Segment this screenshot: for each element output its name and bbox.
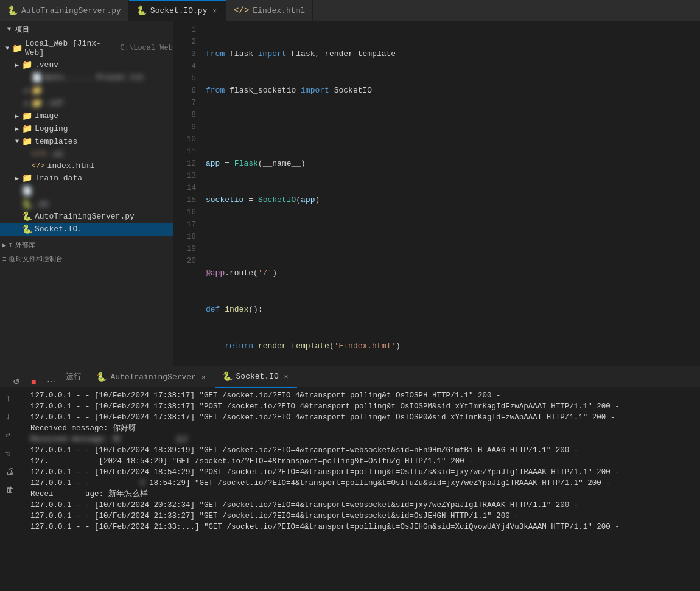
terminal-line: 127.0.0.1 - - [10/Feb/2024 21:33:27] "GE… (30, 511, 695, 522)
terminal-line: 127.0.0.1 - - 4 18:54:29] "GET /socket.i… (30, 478, 695, 489)
line-num: 10 (173, 133, 196, 145)
terminal-line: 127.0.0.1 - - [10/Feb/2024 18:39:19] "GE… (30, 445, 695, 456)
restart-button[interactable]: ↺ (10, 375, 23, 388)
tree-item-autotraining[interactable]: 🐍 AutoTrainingServer.py (0, 210, 173, 223)
tree-label: Train_data (35, 173, 82, 183)
folder-icon: 📁 (22, 136, 32, 147)
tree-item-idf: ▶ 📁 .idf (0, 97, 173, 110)
scratch-icon: ≡ (2, 256, 7, 263)
tree-label: templates (35, 137, 77, 146)
tree-label: Image (35, 111, 58, 121)
stop-button[interactable]: ■ (28, 375, 39, 388)
tab-close-button[interactable]: ✕ (282, 371, 290, 382)
external-icon: ⊞ (9, 241, 13, 249)
tab-label: Socket.IO.py (150, 6, 208, 15)
tree-item-socketio[interactable]: 🐍 Socket.IO. (0, 223, 173, 236)
tree-item-index-html[interactable]: </> index.html (0, 160, 173, 172)
html-icon: </> (234, 5, 249, 15)
chevron-down-icon: ▼ (12, 138, 22, 145)
folder-icon: 📁 (32, 85, 42, 96)
chevron-right-icon: ▶ (2, 242, 6, 249)
editor-area: 1 2 3 4 5 6 7 8 9 10 11 12 13 14 15 16 1… (173, 21, 700, 366)
tab-label: AutoTrainingServer.py (21, 6, 121, 15)
chevron-right-icon: ▶ (22, 100, 32, 107)
py-icon: 🐍 (22, 224, 32, 234)
terminal-line: 127.0.0.1 - - [10/Feb/2024 18:54:29] "PO… (30, 467, 695, 478)
tab-eindex[interactable]: </> Eindex.html (226, 0, 313, 21)
chevron-right-icon: ▶ (12, 61, 22, 69)
code-view[interactable]: 1 2 3 4 5 6 7 8 9 10 11 12 13 14 15 16 1… (173, 21, 700, 366)
code-line-4: app = Flask(__name__) (206, 158, 700, 170)
folder-icon: 📁 (22, 111, 32, 121)
sidebar-header-label: 项目 (15, 25, 30, 34)
terminal-line: 127.0.0.1 - - [10/Feb/2024 17:38:17] "GE… (30, 412, 695, 423)
terminal-line: 127.0.0.1 - - [10/Feb/2024 17:38:17] "GE… (30, 390, 695, 401)
tree-label: .py (35, 199, 49, 208)
tree-label: Socket.IO. (35, 225, 82, 234)
chevron-down-icon: ▼ (7, 26, 12, 33)
scratch-section[interactable]: ≡ 临时文件和控制台 (0, 252, 173, 266)
wrap-icon[interactable]: ⇌ (4, 428, 16, 442)
py-icon: 🐍 (136, 5, 147, 16)
trash-icon[interactable]: 🗑 (4, 483, 16, 497)
code-line-2: from flask_socketio import SocketIO (206, 85, 700, 97)
tree-item-blurred4: 🐍 .py (0, 197, 173, 210)
code-line-1: from flask import Flask, render_template (206, 48, 700, 60)
folder-icon: 📁 (12, 43, 23, 54)
project-path: C:\Local_Web (121, 44, 173, 52)
terminal-output[interactable]: ↑ ↓ ⇌ ⇅ 🖨 🗑 127.0.0.1 - - [10/Feb/2024 1… (0, 388, 700, 591)
tree-item-image[interactable]: ▶ 📁 Image (0, 110, 173, 122)
terminal-line: 127.0.0.1 - - [10/Feb/2024 21:33:...] "G… (30, 522, 695, 533)
tab-run-label[interactable]: 运行 (58, 366, 89, 388)
tab-label: Eindex.html (253, 6, 305, 15)
down-arrow-icon[interactable]: ↓ (4, 410, 16, 424)
line-num: 17 (173, 219, 196, 231)
terminal-line: 127. [2024 18:54:29] "GET /socket.io/?EI… (30, 456, 695, 467)
up-arrow-icon[interactable]: ↑ (4, 391, 16, 406)
line-num: 19 (173, 243, 196, 255)
line-num: 6 (173, 85, 196, 97)
tree-label: AutoTrainingServer.py (35, 212, 135, 221)
line-num: 8 (173, 109, 196, 121)
tree-item-project-root[interactable]: ▼ 📁 Local_Web [Jinx-Web] C:\Local_Web (0, 38, 173, 58)
tree-item-traindata[interactable]: ▶ 📁 Train_data (0, 172, 173, 184)
external-libs-section[interactable]: ▶ ⊞ 外部库 (0, 238, 173, 252)
line-num: 1 (173, 24, 196, 36)
project-name: Local_Web [Jinx-Web] (25, 39, 118, 57)
tree-item-templates[interactable]: ▼ 📁 templates (0, 135, 173, 148)
tree-label: index.html (47, 161, 95, 170)
tab-autotraining-run[interactable]: 🐍 AutoTrainingServer ✕ (89, 366, 214, 388)
chevron-right-icon: ▶ (12, 113, 22, 120)
terminal-line: 127.0.0.1 - - [10/Feb/2024 20:32:34] "GE… (30, 500, 695, 511)
line-num: 4 (173, 60, 196, 72)
more-actions-button[interactable]: ⋯ (44, 375, 58, 388)
tree-item-venv[interactable]: ▶ 📁 .venv (0, 58, 173, 71)
code-line-9: return render_template('Eindex.html') (206, 340, 700, 352)
main-area: ▼ 项目 ▼ 📁 Local_Web [Jinx-Web] C:\Local_W… (0, 21, 700, 366)
print-icon[interactable]: 🖨 (4, 464, 16, 479)
file-icon: 📄 (32, 72, 42, 83)
tree-item-logging[interactable]: ▶ 📁 Logging (0, 122, 173, 135)
tab-socketio[interactable]: 🐍 Socket.IO.py ✕ (129, 0, 226, 21)
terminal-line-blurred: Received message: 你 么2 (30, 434, 695, 445)
code-line-5: socketio = SocketIO(app) (206, 194, 700, 206)
folder-icon: 📁 (22, 60, 32, 70)
line-num: 18 (173, 231, 196, 243)
tab-close-button[interactable]: ✕ (211, 5, 219, 16)
tab-autotraining[interactable]: 🐍 AutoTrainingServer.py (0, 0, 129, 21)
line-numbers: 1 2 3 4 5 6 7 8 9 10 11 12 13 14 15 16 1… (173, 21, 201, 366)
sidebar-header[interactable]: ▼ 项目 (0, 21, 173, 38)
chevron-right-icon: ▶ (12, 175, 22, 182)
chevron-right-icon: ▶ (22, 87, 32, 94)
code-line-7: @app.route('/') (206, 267, 700, 279)
code-editor[interactable]: from flask import Flask, render_template… (201, 21, 700, 366)
tab-close-button[interactable]: ✕ (200, 372, 208, 382)
tab-socketio-run[interactable]: 🐍 Socket.IO ✕ (215, 366, 298, 388)
line-num: 3 (173, 48, 196, 60)
line-num: 12 (173, 158, 196, 170)
filter-icon[interactable]: ⇅ (4, 446, 16, 461)
run-label: 运行 (66, 371, 82, 382)
terminal-side-icons: ↑ ↓ ⇌ ⇅ 🖨 🗑 (4, 391, 16, 497)
py-icon: 🐍 (96, 372, 107, 382)
tree-item-blurred2: ▶ 📁 (0, 84, 173, 97)
